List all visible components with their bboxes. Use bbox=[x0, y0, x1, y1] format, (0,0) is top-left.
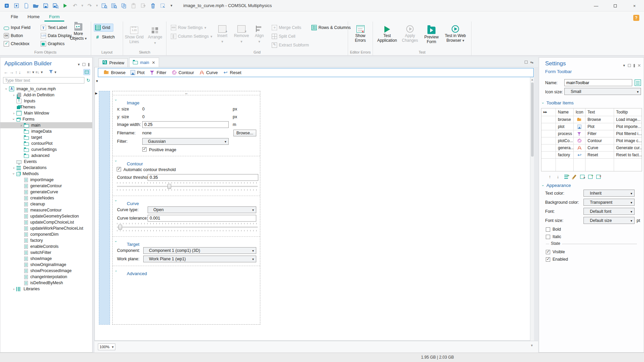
tree-item-isdefinedbymesh[interactable]: isDefinedByMesh bbox=[0, 280, 92, 286]
browse-file-button[interactable]: Browse... bbox=[233, 130, 256, 136]
sort-descending-icon[interactable]: ≡↓ bbox=[35, 70, 39, 74]
tree-item-imagedata[interactable]: imageData bbox=[0, 128, 92, 134]
tree-item-cleanup[interactable]: cleanup bbox=[0, 201, 92, 207]
filter-input[interactable] bbox=[3, 77, 84, 84]
maximize-editor-icon[interactable] bbox=[525, 61, 528, 64]
tab-file[interactable]: File bbox=[6, 12, 23, 22]
plot-toolbar-item[interactable]: Plot bbox=[129, 70, 146, 75]
tree-item-declarations[interactable]: ›Declarations bbox=[0, 165, 92, 171]
reset-toolbar-item[interactable]: ↩Reset bbox=[222, 70, 243, 75]
tree-item-updatecompchoicelist[interactable]: updateCompChoiceList bbox=[0, 219, 92, 225]
bold-checkbox[interactable] bbox=[546, 227, 550, 232]
toolbar-row-placeholder[interactable]: ↔ bbox=[113, 91, 260, 95]
panel-menu-icon[interactable]: ▾ bbox=[623, 63, 625, 68]
tree-item-generatecurve[interactable]: generateCurve bbox=[0, 189, 92, 195]
browse-toolbar-item[interactable]: Browse bbox=[103, 70, 127, 75]
select-region-icon[interactable] bbox=[159, 2, 166, 9]
tree-item-main-window[interactable]: ›Main Window bbox=[0, 110, 92, 116]
add-menu-item-icon[interactable] bbox=[588, 174, 593, 179]
contour-threshold-input[interactable] bbox=[148, 174, 258, 181]
move-down-icon[interactable]: ↓ bbox=[555, 174, 561, 179]
find-icon[interactable] bbox=[111, 2, 117, 9]
component-dropdown[interactable]: Component 1 (comp1) (3D)▾ bbox=[143, 247, 256, 254]
copy-icon[interactable] bbox=[120, 2, 127, 9]
rows-columns-button[interactable]: Rows & Columns bbox=[310, 24, 352, 32]
more-objects-button[interactable]: More Objects ▾ bbox=[68, 22, 89, 41]
tree-item-addin[interactable]: ›Add-in Definition bbox=[0, 92, 92, 98]
contour-slider[interactable] bbox=[117, 182, 258, 191]
tree-item-switchfilter[interactable]: switchFilter bbox=[0, 250, 92, 256]
font-size-dropdown[interactable]: Default size▾ bbox=[583, 217, 635, 224]
scroll-down-icon[interactable]: ▼ bbox=[530, 344, 533, 347]
tree-item-enablecontrols[interactable]: enableControls bbox=[0, 243, 92, 250]
table-row-browse[interactable]: browse Browse Load image... bbox=[541, 116, 642, 123]
slider-thumb[interactable] bbox=[167, 184, 171, 189]
preview-form-button[interactable]: Preview Form bbox=[422, 22, 441, 44]
add-item-icon[interactable] bbox=[563, 174, 569, 179]
auto-threshold-checkbox[interactable] bbox=[117, 167, 121, 171]
tree-item-mph[interactable]: ›Aimage_to_curve.mph bbox=[0, 86, 92, 92]
selected-row-band[interactable] bbox=[99, 91, 110, 325]
tree-item-libraries[interactable]: ›Libraries bbox=[0, 286, 92, 292]
sketch-button[interactable]: #Sketch bbox=[94, 33, 116, 41]
graphics-button[interactable]: Graphics bbox=[40, 40, 73, 48]
filter-dropdown[interactable]: Gaussian▾ bbox=[142, 138, 229, 145]
font-dropdown[interactable]: Default font▾ bbox=[583, 208, 635, 215]
collapse-section-icon[interactable]: › bbox=[114, 200, 118, 201]
tree-item-main[interactable]: ›main bbox=[0, 122, 92, 128]
collapse-section-icon[interactable]: › bbox=[114, 99, 118, 101]
form-grid[interactable]: ↔ › Image x: size 0 px y: size 0 px I bbox=[112, 91, 260, 325]
expand-section-icon[interactable]: › bbox=[115, 269, 117, 273]
customize-chevron-icon[interactable]: ▾ bbox=[171, 3, 173, 8]
tree-item-target[interactable]: target bbox=[0, 134, 92, 140]
table-row-generatecurve[interactable]: genera... Curve Generate cur... bbox=[541, 144, 642, 151]
close-icon[interactable]: ✕ bbox=[638, 63, 641, 68]
scrollbar-thumb[interactable] bbox=[531, 83, 534, 157]
show-errors-button[interactable]: Show Errors bbox=[350, 22, 371, 43]
open-icon[interactable] bbox=[33, 2, 39, 9]
input-field-button[interactable]: Input Field bbox=[3, 24, 31, 32]
maximize-icon[interactable] bbox=[606, 0, 625, 11]
save-as-icon[interactable] bbox=[52, 2, 59, 9]
tree-item-advanced[interactable]: advanced bbox=[0, 153, 92, 159]
tree-item-importimage[interactable]: importImage bbox=[0, 177, 92, 183]
column-header-icon[interactable]: Icon bbox=[573, 108, 585, 116]
curve-toolbar-item[interactable]: Curve bbox=[198, 70, 219, 75]
enabled-checkbox[interactable] bbox=[546, 257, 550, 262]
tree-item-methods[interactable]: ›Methods bbox=[0, 171, 92, 177]
test-in-web-browser-button[interactable]: Test in Web Browser ▾ bbox=[444, 22, 467, 43]
minimize-icon[interactable]: — bbox=[586, 0, 606, 11]
tree-item-createnodes[interactable]: createNodes bbox=[0, 195, 92, 201]
model-wizard-icon[interactable] bbox=[13, 2, 20, 9]
tree-item-updateworkplanechoicelist[interactable]: updateWorkPlaneChoiceList bbox=[0, 225, 92, 231]
tab-home[interactable]: Home bbox=[23, 12, 44, 22]
back-icon[interactable]: ← bbox=[4, 70, 8, 75]
slider-thumb[interactable] bbox=[118, 225, 122, 230]
tab-form[interactable]: Form bbox=[44, 12, 65, 22]
visible-checkbox[interactable] bbox=[546, 250, 550, 254]
curve-type-dropdown[interactable]: Open▾ bbox=[148, 206, 256, 213]
column-header-text[interactable]: Text bbox=[585, 108, 614, 116]
tree-item-themes[interactable]: Themes bbox=[0, 104, 92, 110]
new-file-icon[interactable] bbox=[23, 2, 30, 9]
edit-item-icon[interactable] bbox=[571, 174, 577, 179]
tree-item-componentdim[interactable]: componentDim bbox=[0, 231, 92, 237]
text-color-dropdown[interactable]: Inherit▾ bbox=[583, 190, 635, 197]
pin-icon[interactable] bbox=[88, 63, 89, 66]
collapse-section-icon[interactable]: › bbox=[114, 241, 118, 242]
close-icon[interactable]: × bbox=[625, 0, 644, 11]
collapse-section-icon[interactable]: › bbox=[114, 160, 118, 162]
tree-item-generatecontour[interactable]: generateContour bbox=[0, 183, 92, 189]
resize-handle-icon[interactable]: ↔ bbox=[185, 91, 188, 95]
tree-item-events[interactable]: Events bbox=[0, 159, 92, 165]
toolbar-items-header[interactable]: › Toolbar Items bbox=[539, 97, 644, 107]
show-grid-icon[interactable] bbox=[83, 69, 90, 75]
vertical-scrollbar[interactable]: ▲ ▼ bbox=[530, 77, 534, 351]
delete-item-icon[interactable] bbox=[596, 174, 601, 179]
table-row-process[interactable]: process Filter Plot filtered i... bbox=[541, 130, 642, 137]
tree-item-contourplot[interactable]: contourPlot bbox=[0, 140, 92, 146]
tab-main[interactable]: main ✕ bbox=[129, 58, 159, 67]
refresh-icon[interactable]: ↻ bbox=[86, 78, 90, 83]
grid-button[interactable]: Grid bbox=[94, 24, 113, 32]
float-icon[interactable] bbox=[628, 64, 631, 67]
